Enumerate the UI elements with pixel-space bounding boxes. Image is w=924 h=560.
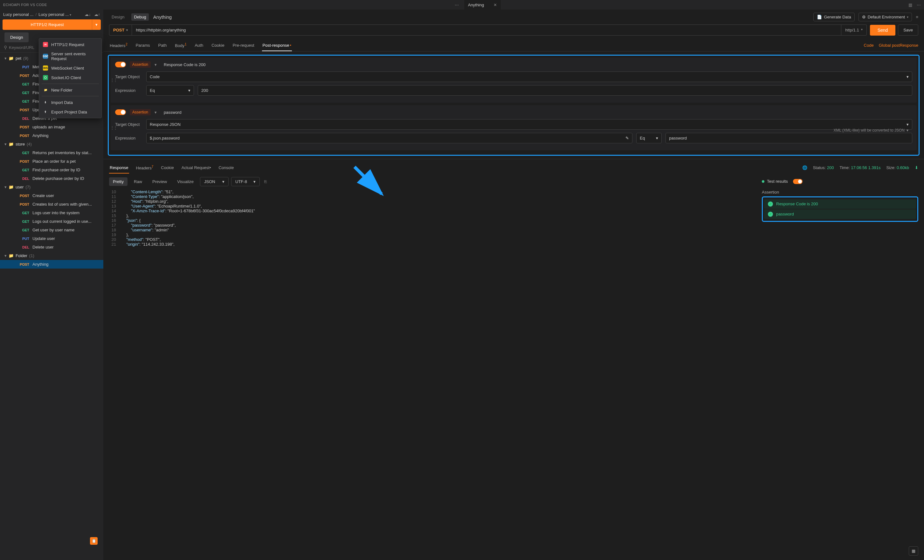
sidebar-more-icon[interactable]: ⋯ bbox=[454, 3, 459, 7]
download-icon: ⬇ bbox=[43, 100, 48, 105]
generate-data-button[interactable]: 📄Generate Data bbox=[813, 13, 854, 21]
view-pretty[interactable]: Pretty bbox=[109, 177, 128, 186]
tree-item[interactable]: GETLogs user into the system bbox=[0, 208, 104, 217]
tree-item[interactable]: DELDelete user bbox=[0, 243, 104, 252]
assertion-results-highlight: Response Code is 200 password bbox=[762, 196, 918, 222]
tree-item[interactable]: POSTPlace an order for a pet bbox=[0, 157, 104, 166]
test-results-toggle[interactable] bbox=[793, 179, 802, 184]
tree-item[interactable]: GETLogs out current logged in use... bbox=[0, 217, 104, 226]
dropdown-new-folder[interactable]: 📁New Folder bbox=[39, 85, 101, 95]
expected-value-input[interactable]: password bbox=[666, 133, 912, 143]
target-object-label: Target Object bbox=[115, 122, 142, 127]
dropdown-http[interactable]: HHTTP1/2 Request bbox=[39, 40, 101, 49]
tree-item[interactable]: GETGet user by user name bbox=[0, 226, 104, 234]
main-panel: Design Debug Anything 📄Generate Data ⚙De… bbox=[104, 9, 924, 560]
dropdown-export[interactable]: ⬆Export Project Data bbox=[39, 107, 101, 117]
mode-design[interactable]: Design bbox=[109, 13, 127, 21]
title-bar: ECHOAPI FOR VS CODE ⋯ Anything ✕ ▥ ⋯ bbox=[0, 0, 924, 9]
resp-tab-console[interactable]: Console bbox=[218, 162, 234, 173]
environment-select[interactable]: ⚙Default Environment bbox=[858, 13, 912, 21]
more-icon[interactable]: ⋯ bbox=[916, 3, 921, 7]
assertion-result: password bbox=[764, 210, 916, 219]
resp-tab-actual[interactable]: Actual Request• bbox=[181, 162, 212, 173]
breadcrumb[interactable]: Lucy personal ... / Lucy personal ... ☁↓… bbox=[0, 9, 104, 19]
panel-toggle-icon[interactable]: ▦ bbox=[909, 547, 918, 556]
breadcrumb-workspace[interactable]: Lucy personal ... bbox=[3, 12, 33, 17]
view-visualize[interactable]: Visualize bbox=[173, 177, 198, 186]
new-request-button[interactable]: HTTP1/2 Request ▾ bbox=[3, 19, 101, 30]
dropdown-import[interactable]: ⬇Import Data bbox=[39, 97, 101, 107]
resp-tab-cookie[interactable]: Cookie bbox=[160, 162, 174, 173]
tree-item[interactable]: GETReturns pet inventories by stat... bbox=[0, 148, 104, 157]
target-object-select[interactable]: Response JSON▾ bbox=[146, 119, 912, 130]
response-body[interactable]: 10 "Content-Length": "51",11 "Content-Ty… bbox=[104, 189, 762, 560]
tree-item[interactable]: PUTUpdate user bbox=[0, 234, 104, 243]
code-link[interactable]: Code bbox=[864, 43, 874, 48]
tab-params[interactable]: Params bbox=[135, 40, 151, 51]
breadcrumb-project[interactable]: Lucy personal ... bbox=[39, 12, 71, 17]
assertion-toggle[interactable] bbox=[115, 61, 126, 67]
close-icon[interactable]: ✕ bbox=[494, 3, 497, 7]
layout-icon[interactable]: ▥ bbox=[908, 3, 912, 7]
expected-value-input[interactable]: 200 bbox=[198, 85, 912, 96]
cloud-down-icon[interactable]: ☁↓ bbox=[85, 12, 91, 17]
assertion-block: ⋮⋮ Assertion ▾ Response Code is 200 Targ… bbox=[111, 57, 916, 103]
dropdown-ws[interactable]: WSWebSocket Client bbox=[39, 63, 101, 73]
expression-label: Expression bbox=[115, 88, 142, 93]
tab-postresponse[interactable]: Post-response• bbox=[262, 40, 292, 51]
tab-cookie[interactable]: Cookie bbox=[211, 40, 225, 51]
assertion-toggle[interactable] bbox=[115, 109, 126, 115]
format-select[interactable]: JSON▾ bbox=[200, 177, 229, 186]
tree-item[interactable]: POSTCreates list of users with given... bbox=[0, 200, 104, 208]
protocol-select[interactable]: http/1.1 bbox=[842, 24, 867, 36]
new-request-caret[interactable]: ▾ bbox=[92, 19, 101, 30]
drag-handle-icon[interactable]: ⋮⋮ bbox=[110, 125, 116, 130]
tree-item[interactable]: POSTAnything bbox=[0, 131, 104, 140]
tree-item[interactable]: GETFind purchase order by ID bbox=[0, 166, 104, 174]
copy-icon[interactable]: ⎘ bbox=[262, 177, 268, 186]
download-icon[interactable]: ⬇ bbox=[915, 165, 918, 170]
encoding-select[interactable]: UTF-8▾ bbox=[231, 177, 260, 186]
globe-icon[interactable]: 🌐 bbox=[802, 165, 807, 170]
tree-item[interactable]: POSTAnything bbox=[0, 260, 104, 268]
dropdown-sio[interactable]: ⬡Socket.IO Client bbox=[39, 73, 101, 82]
resp-tab-response[interactable]: Response bbox=[109, 162, 129, 173]
menu-icon[interactable]: ≡ bbox=[916, 15, 918, 19]
tab-path[interactable]: Path bbox=[158, 40, 168, 51]
target-object-select[interactable]: Code▾ bbox=[146, 72, 912, 82]
tree-item[interactable]: POSTCreate user bbox=[0, 191, 104, 200]
editor-tab[interactable]: Anything ✕ bbox=[464, 0, 501, 9]
chevron-down-icon[interactable]: ▾ bbox=[154, 110, 157, 115]
tab-headers[interactable]: Headers2 bbox=[109, 39, 128, 51]
operator-select[interactable]: Eq▾ bbox=[146, 85, 194, 96]
cloud-up-icon[interactable]: ☁↑ bbox=[94, 12, 100, 17]
tree-item[interactable]: POSTuploads an image bbox=[0, 123, 104, 131]
jsonpath-input[interactable]: $.json.password✎ bbox=[146, 133, 632, 143]
send-button[interactable]: Send bbox=[870, 25, 896, 36]
url-input[interactable] bbox=[132, 24, 842, 36]
new-request-dropdown[interactable]: HHTTP1/2 Request SSEServer sent events R… bbox=[39, 38, 102, 118]
tree-folder[interactable]: ▾📁user (7) bbox=[0, 183, 104, 191]
chevron-down-icon[interactable]: ▾ bbox=[154, 62, 157, 67]
method-select[interactable]: POST bbox=[109, 24, 132, 36]
api-tree: ▾📁pet (9)PUTMetPOSTAddGETFindGETFindGETF… bbox=[0, 53, 104, 560]
tab-body[interactable]: Body1 bbox=[174, 39, 187, 51]
view-raw[interactable]: Raw bbox=[130, 177, 146, 186]
drag-handle-icon[interactable]: ⋮⋮ bbox=[110, 78, 116, 82]
operator-select[interactable]: Eq▾ bbox=[636, 133, 662, 143]
tree-folder[interactable]: ▾📁store (4) bbox=[0, 140, 104, 148]
tab-design[interactable]: Design bbox=[4, 32, 28, 42]
tab-prerequest[interactable]: Pre-request bbox=[232, 40, 255, 51]
dropdown-sse[interactable]: SSEServer sent events Request bbox=[39, 49, 101, 63]
tree-item[interactable]: DELDelete purchase order by ID bbox=[0, 174, 104, 183]
tree-folder[interactable]: ▾📁Folder (1) bbox=[0, 252, 104, 260]
sidebar: Lucy personal ... / Lucy personal ... ☁↓… bbox=[0, 9, 104, 560]
tab-auth[interactable]: Auth bbox=[194, 40, 204, 51]
global-postresponse-link[interactable]: Global postResponse bbox=[879, 43, 918, 48]
save-button[interactable]: Save bbox=[898, 24, 918, 36]
resp-tab-headers[interactable]: Headers7 bbox=[135, 162, 154, 174]
view-preview[interactable]: Preview bbox=[148, 177, 171, 186]
mode-debug[interactable]: Debug bbox=[131, 13, 148, 21]
wand-icon[interactable]: ✎ bbox=[626, 136, 629, 141]
notification-badge[interactable]: 📋 bbox=[90, 537, 98, 545]
